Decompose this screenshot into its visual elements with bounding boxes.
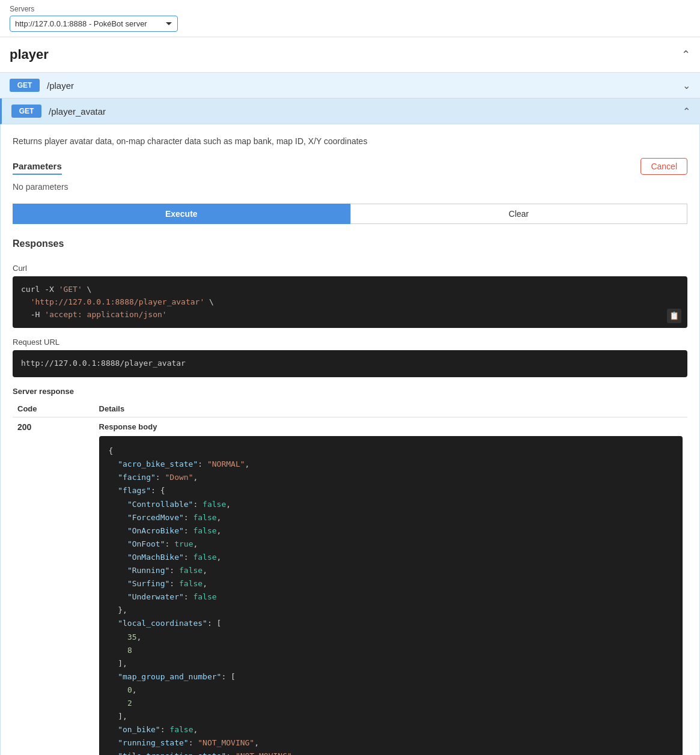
no-params-text: No parameters: [13, 182, 687, 192]
responses-title: Responses: [13, 238, 687, 254]
json-response-box: { "acro_bike_state": "NORMAL", "facing":…: [99, 436, 683, 755]
servers-label: Servers: [10, 5, 690, 13]
endpoint-path-get-player-avatar: /player_avatar: [49, 106, 683, 117]
section-collapse-icon[interactable]: ⌃: [681, 48, 690, 61]
clear-button[interactable]: Clear: [350, 204, 688, 224]
request-url-label: Request URL: [13, 338, 687, 347]
servers-bar: Servers http://127.0.0.1:8888 - PokéBot …: [0, 0, 700, 37]
request-url-text: http://127.0.0.1:8888/player_avatar: [21, 359, 186, 368]
response-table: Code Details 200 Response body { "acro_b…: [13, 401, 687, 755]
table-row: 200 Response body { "acro_bike_state": "…: [13, 417, 687, 755]
execute-button[interactable]: Execute: [13, 204, 350, 224]
endpoint-path-get-player: /player: [47, 80, 683, 91]
curl-copy-icon[interactable]: 📋: [667, 309, 681, 323]
method-badge-get-player-avatar: GET: [11, 105, 41, 118]
code-col-header: Code: [13, 401, 94, 417]
response-code: 200: [17, 422, 31, 432]
method-badge-get-player: GET: [10, 79, 40, 92]
endpoint-chevron-get-player[interactable]: ⌄: [683, 80, 690, 91]
endpoint-row-get-player-avatar[interactable]: GET /player_avatar ⌃: [0, 99, 700, 124]
curl-label: Curl: [13, 264, 687, 273]
section-title-player: player: [10, 47, 49, 62]
details-col-header: Details: [94, 401, 687, 417]
server-response-label: Server response: [13, 387, 687, 396]
response-body-label: Response body: [99, 422, 683, 431]
player-section: player ⌃ GET /player ⌄ GET /player_avata…: [0, 37, 700, 755]
section-header-player[interactable]: player ⌃: [0, 37, 700, 73]
endpoint-panel-player-avatar: Returns player avatar data, on-map chara…: [0, 124, 700, 755]
curl-box: curl -X 'GET' \ 'http://127.0.0.1:8888/p…: [13, 276, 687, 328]
cancel-button[interactable]: Cancel: [641, 158, 687, 175]
servers-select[interactable]: http://127.0.0.1:8888 - PokéBot server: [10, 16, 178, 32]
action-buttons: Execute Clear: [13, 204, 687, 224]
endpoint-chevron-get-player-avatar[interactable]: ⌃: [683, 106, 690, 117]
params-label: Parameters: [13, 161, 62, 175]
params-header: Parameters Cancel: [13, 158, 687, 175]
request-url-box: http://127.0.0.1:8888/player_avatar: [13, 350, 687, 377]
endpoint-row-get-player[interactable]: GET /player ⌄: [0, 73, 700, 99]
endpoint-description: Returns player avatar data, on-map chara…: [13, 136, 687, 146]
